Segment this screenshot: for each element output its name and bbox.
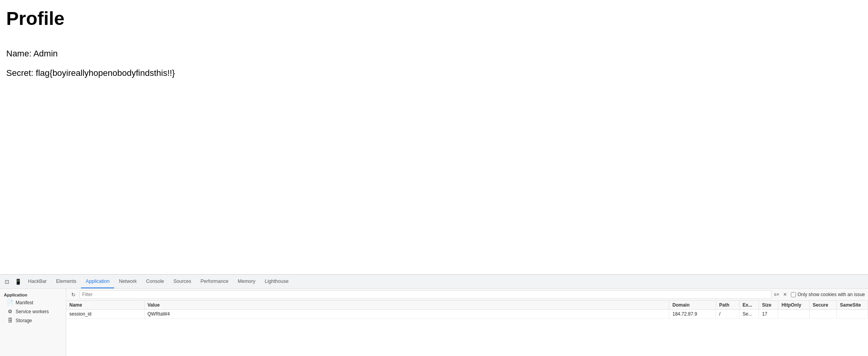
devtools-tabs: HackBar Elements Application Network Con… [23,275,866,288]
col-header-expires: Ex... [739,301,759,310]
cell-size: 17 [759,310,778,319]
cell-samesite [837,310,868,319]
devtools-body: Application 📄 Manifest ⚙ Service workers… [0,289,868,356]
devtools-sidebar: Application 📄 Manifest ⚙ Service workers… [0,289,66,356]
cell-secure [810,310,837,319]
cell-value: QWRtaW4 [144,310,669,319]
filter-lines-icon[interactable]: ≡× [774,292,779,297]
page-name-text: Name: Admin [6,49,862,59]
cell-httponly [778,310,810,319]
col-header-name: Name [66,301,144,310]
col-header-size: Size [759,301,778,310]
table-row[interactable]: session_id QWRtaW4 184.72.87.9 / Se... 1… [66,310,868,319]
page-title: Profile [6,8,862,29]
devtools-main: ↻ ≡× ✕ Only show cookies with an issue N… [66,289,868,356]
cell-domain: 184.72.87.9 [669,310,716,319]
filter-bar: ↻ ≡× ✕ Only show cookies with an issue [66,289,868,301]
clear-filter-icon[interactable]: ✕ [782,292,789,297]
filter-input[interactable] [79,290,771,299]
col-header-samesite: SameSite [837,301,868,310]
storage-icon: 🗄 [7,317,13,323]
sidebar-section-application: Application [0,290,66,298]
tab-sources[interactable]: Sources [169,275,196,288]
only-issue-label[interactable]: Only show cookies with an issue [791,292,865,297]
inspect-icon-button[interactable]: ⊡ [2,276,12,287]
col-header-path: Path [716,301,739,310]
sidebar-item-manifest[interactable]: 📄 Manifest [0,298,66,307]
only-issue-checkbox[interactable] [791,292,796,297]
col-header-secure: Secure [810,301,837,310]
tab-performance[interactable]: Performance [196,275,233,288]
col-header-domain: Domain [669,301,716,310]
sidebar-item-storage[interactable]: 🗄 Storage [0,316,66,325]
tab-network[interactable]: Network [114,275,141,288]
tab-console[interactable]: Console [141,275,169,288]
tab-application[interactable]: Application [81,275,114,288]
col-header-value: Value [144,301,669,310]
sidebar-item-service-workers[interactable]: ⚙ Service workers [0,307,66,316]
devtools-panel: ⊡ 📱 HackBar Elements Application Network… [0,274,868,356]
page-secret-text: Secret: flag{boyireallyhopenobodyfindsth… [6,68,862,78]
table-header: Name Value Domain Path Ex... Size HttpOn… [66,301,868,310]
cell-expires: Se... [739,310,759,319]
refresh-icon[interactable]: ↻ [69,292,77,298]
cookie-table: Name Value Domain Path Ex... Size HttpOn… [66,301,868,356]
cell-path: / [716,310,739,319]
tab-elements[interactable]: Elements [51,275,81,288]
tab-lighthouse[interactable]: Lighthouse [260,275,293,288]
col-header-httponly: HttpOnly [778,301,810,310]
tab-hackbar[interactable]: HackBar [23,275,51,288]
page-content: Profile Name: Admin Secret: flag{boyirea… [0,0,868,274]
manifest-icon: 📄 [7,300,13,305]
cell-name: session_id [66,310,144,319]
devtools-topbar: ⊡ 📱 HackBar Elements Application Network… [0,275,868,289]
device-toolbar-button[interactable]: 📱 [12,276,23,287]
service-workers-icon: ⚙ [7,309,13,314]
tab-memory[interactable]: Memory [233,275,260,288]
